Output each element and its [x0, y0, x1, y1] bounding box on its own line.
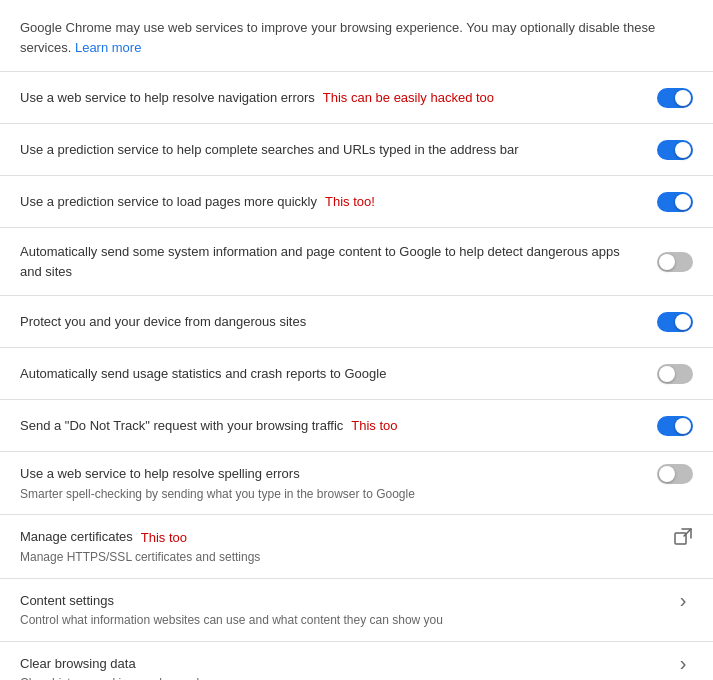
setting-row-spelling-errors: Use a web service to help resolve spelli… [0, 452, 713, 515]
setting-row-usage-stats: Automatically send usage statistics and … [0, 348, 713, 400]
setting-row-prediction-search: Use a prediction service to help complet… [0, 124, 713, 176]
arrow-icon-clear-browsing[interactable]: › [673, 654, 693, 674]
annotation-prediction-load: This too! [325, 194, 375, 209]
toggle-knob-prediction-load [675, 194, 691, 210]
setting-text-content-settings: Content settingsControl what information… [20, 591, 673, 629]
setting-title-clear-browsing: Clear browsing data [20, 654, 653, 674]
settings-list: Use a web service to help resolve naviga… [0, 72, 713, 680]
setting-title-prediction-load: Use a prediction service to load pages m… [20, 192, 317, 212]
setting-title-spelling-errors: Use a web service to help resolve spelli… [20, 464, 637, 484]
setting-row-clear-browsing: Clear browsing dataClear history, cookie… [0, 642, 713, 680]
setting-title-usage-stats: Automatically send usage statistics and … [20, 364, 637, 384]
setting-row-nav-errors: Use a web service to help resolve naviga… [0, 72, 713, 124]
setting-row-certificates: Manage certificatesThis tooManage HTTPS/… [0, 515, 713, 578]
toggle-spelling-errors[interactable] [657, 464, 693, 484]
toggle-system-info[interactable] [657, 252, 693, 272]
setting-subtitle-clear-browsing: Clear history, cookies, cache, and more [20, 675, 653, 680]
setting-row-dangerous-sites: Protect you and your device from dangero… [0, 296, 713, 348]
toggle-do-not-track[interactable] [657, 416, 693, 436]
toggle-prediction-load[interactable] [657, 192, 693, 212]
toggle-nav-errors[interactable] [657, 88, 693, 108]
setting-title-system-info: Automatically send some system informati… [20, 242, 637, 281]
setting-row-do-not-track: Send a "Do Not Track" request with your … [0, 400, 713, 452]
toggle-prediction-search[interactable] [657, 140, 693, 160]
setting-row-system-info: Automatically send some system informati… [0, 228, 713, 296]
toggle-knob-usage-stats [659, 366, 675, 382]
setting-text-prediction-search: Use a prediction service to help complet… [20, 140, 657, 160]
setting-row-content-settings: Content settingsControl what information… [0, 579, 713, 642]
setting-subtitle-spelling-errors: Smarter spell-checking by sending what y… [20, 486, 637, 503]
setting-subtitle-certificates: Manage HTTPS/SSL certificates and settin… [20, 549, 653, 566]
setting-title-nav-errors: Use a web service to help resolve naviga… [20, 88, 315, 108]
toggle-knob-spelling-errors [659, 466, 675, 482]
setting-title-certificates: Manage certificates [20, 527, 133, 547]
toggle-usage-stats[interactable] [657, 364, 693, 384]
toggle-knob-prediction-search [675, 142, 691, 158]
setting-text-spelling-errors: Use a web service to help resolve spelli… [20, 464, 657, 502]
setting-text-dangerous-sites: Protect you and your device from dangero… [20, 312, 657, 332]
setting-row-prediction-load: Use a prediction service to load pages m… [0, 176, 713, 228]
annotation-nav-errors: This can be easily hacked too [323, 90, 494, 105]
setting-text-clear-browsing: Clear browsing dataClear history, cookie… [20, 654, 673, 680]
toggle-knob-dangerous-sites [675, 314, 691, 330]
setting-title-content-settings: Content settings [20, 591, 653, 611]
toggle-knob-do-not-track [675, 418, 691, 434]
annotation-certificates: This too [141, 530, 187, 545]
setting-title-prediction-search: Use a prediction service to help complet… [20, 140, 637, 160]
setting-text-system-info: Automatically send some system informati… [20, 242, 657, 281]
arrow-icon-content-settings[interactable]: › [673, 591, 693, 611]
toggle-knob-nav-errors [675, 90, 691, 106]
learn-more-link[interactable]: Learn more [75, 40, 141, 55]
intro-section: Google Chrome may use web services to im… [0, 0, 713, 72]
setting-title-do-not-track: Send a "Do Not Track" request with your … [20, 416, 343, 436]
setting-text-nav-errors: Use a web service to help resolve naviga… [20, 88, 657, 108]
setting-text-do-not-track: Send a "Do Not Track" request with your … [20, 416, 657, 436]
setting-text-prediction-load: Use a prediction service to load pages m… [20, 192, 657, 212]
setting-text-certificates: Manage certificatesThis tooManage HTTPS/… [20, 527, 673, 565]
toggle-knob-system-info [659, 254, 675, 270]
setting-subtitle-content-settings: Control what information websites can us… [20, 612, 653, 629]
external-link-icon-certificates[interactable] [673, 527, 693, 547]
annotation-do-not-track: This too [351, 418, 397, 433]
toggle-dangerous-sites[interactable] [657, 312, 693, 332]
setting-title-dangerous-sites: Protect you and your device from dangero… [20, 312, 637, 332]
setting-text-usage-stats: Automatically send usage statistics and … [20, 364, 657, 384]
